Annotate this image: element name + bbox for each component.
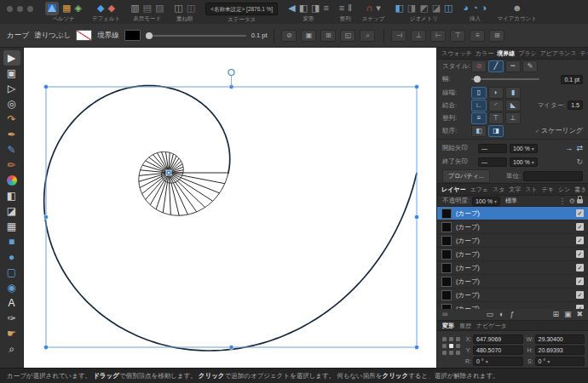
align-icon[interactable]: ≡ bbox=[339, 3, 344, 14]
node-tool-icon[interactable]: ▷ bbox=[3, 81, 20, 96]
layer-visibility-checkbox[interactable]: ✓ bbox=[576, 264, 584, 272]
boolean-intersect-icon[interactable]: ◩ bbox=[419, 3, 428, 14]
selection-handle[interactable] bbox=[44, 346, 49, 350]
align-left-icon[interactable]: ⊣ bbox=[391, 30, 406, 42]
tab-layers[interactable]: レイヤー bbox=[441, 186, 466, 194]
align-top-icon[interactable]: ⊤ bbox=[450, 30, 465, 42]
stroke-front-icon[interactable]: ◧ bbox=[471, 125, 487, 137]
layer-visibility-checkbox[interactable]: ✓ bbox=[576, 291, 584, 299]
blend-mode-select[interactable]: 標準 bbox=[503, 196, 520, 206]
vector-view-icon[interactable]: ▥ bbox=[130, 3, 139, 14]
flip-vertical-icon[interactable]: ◧ bbox=[299, 3, 308, 14]
tab-effects[interactable]: エフェ bbox=[470, 186, 489, 194]
corner-tool-icon[interactable]: ↷ bbox=[3, 111, 20, 127]
scale-with-object-icon[interactable]: ▣ bbox=[301, 30, 316, 42]
selection-handle[interactable] bbox=[415, 85, 419, 89]
tab-character[interactable]: 文字 bbox=[509, 186, 521, 194]
width-slider[interactable] bbox=[471, 78, 539, 80]
rotate-left-icon[interactable]: ◨ bbox=[311, 3, 320, 14]
mask-layer-icon[interactable]: ▭ bbox=[486, 309, 493, 320]
selection-handle[interactable] bbox=[44, 215, 49, 220]
color-wheel-icon[interactable] bbox=[3, 173, 20, 188]
tab-styles[interactable]: スタ bbox=[493, 186, 504, 194]
stroke-width-slider[interactable] bbox=[146, 35, 246, 37]
snapping-magnet-icon[interactable]: ∩ bbox=[366, 3, 372, 14]
align-right-icon[interactable]: ⊢ bbox=[430, 30, 446, 42]
tab-stroke[interactable]: 境界線 bbox=[497, 49, 515, 58]
color-picker-tool-icon[interactable]: ✑ bbox=[3, 311, 20, 326]
insert-layer-icon[interactable]: ⊞ bbox=[552, 309, 559, 320]
designer-preset-icon[interactable]: ◆ bbox=[97, 3, 104, 14]
layer-row[interactable]: (カーブ)✓ bbox=[437, 289, 588, 302]
anchor-point-selector[interactable] bbox=[442, 337, 460, 355]
align-middle-icon[interactable]: ≡ bbox=[470, 30, 485, 42]
end-arrow-select[interactable]: — bbox=[478, 157, 507, 167]
layer-visibility-checkbox[interactable]: ✓ bbox=[576, 250, 584, 258]
minimize-window-icon[interactable] bbox=[17, 6, 23, 12]
artboard-tool-icon[interactable]: ▣ bbox=[3, 66, 20, 81]
cap-butt-icon[interactable]: ▯ bbox=[471, 87, 487, 99]
arrow-reset-icon[interactable]: ↻ bbox=[576, 157, 583, 168]
insert-top-icon[interactable]: ◔ bbox=[472, 3, 478, 14]
flip-horizontal-icon[interactable]: ◀ bbox=[288, 3, 295, 14]
tab-transform[interactable]: 変形 bbox=[442, 322, 454, 330]
move-backward-icon[interactable]: ◫ bbox=[187, 3, 195, 14]
layer-row[interactable]: (カーブ)✓ bbox=[437, 275, 588, 289]
cap-round-icon[interactable]: ◗ bbox=[488, 87, 504, 99]
close-window-icon[interactable] bbox=[7, 6, 13, 12]
layer-row[interactable]: (カーブ)✓ bbox=[437, 207, 588, 220]
stroke-none-toggle-icon[interactable]: ⊘ bbox=[281, 30, 297, 42]
arrow-place-icon[interactable]: → bbox=[565, 143, 573, 154]
layer-row[interactable]: (カーブ)✓ bbox=[437, 234, 588, 248]
export-persona-icon[interactable]: ◈ bbox=[74, 3, 81, 14]
selection-handle[interactable] bbox=[229, 346, 233, 350]
rotate-right-icon[interactable]: ≡ bbox=[323, 3, 328, 14]
stroke-style-none-icon[interactable]: ⊘ bbox=[471, 60, 487, 72]
miter-value[interactable]: 1.5 bbox=[568, 100, 583, 110]
stroke-style-brush-icon[interactable]: ✎ bbox=[522, 60, 538, 72]
donut-tool-icon[interactable]: ◉ bbox=[3, 280, 20, 295]
transparency-tool-icon[interactable]: ◪ bbox=[3, 203, 20, 219]
pixel-persona-icon[interactable]: ▦ bbox=[62, 3, 71, 14]
opacity-value[interactable]: 100 %▾ bbox=[472, 197, 500, 206]
tab-export[interactable]: 書き bbox=[574, 186, 586, 194]
layer-row[interactable]: (カーブ)✓ bbox=[437, 261, 588, 275]
rotation-handle[interactable] bbox=[228, 70, 234, 76]
tab-text[interactable]: テキスト bbox=[580, 49, 588, 58]
pixel-view-icon[interactable]: ▤ bbox=[143, 3, 152, 14]
designer-persona-logo-icon[interactable] bbox=[45, 2, 59, 15]
stroke-swatch[interactable] bbox=[124, 30, 141, 41]
stroke-style-dash-icon[interactable]: ┅ bbox=[505, 60, 521, 72]
join-miter-icon[interactable]: ∟ bbox=[471, 100, 487, 111]
pixel-preset-icon[interactable]: ◆ bbox=[108, 3, 115, 14]
delete-layer-icon[interactable]: ✖ bbox=[576, 309, 583, 320]
contour-tool-icon[interactable]: ◎ bbox=[3, 96, 20, 111]
text-tool-icon[interactable]: A bbox=[3, 295, 20, 311]
canvas[interactable] bbox=[24, 48, 436, 368]
align-bottom-icon[interactable]: ⊞ bbox=[489, 30, 504, 42]
retina-view-icon[interactable]: ▨ bbox=[155, 3, 164, 14]
h-field[interactable]: 20.69393 bbox=[535, 346, 585, 355]
tab-symbols[interactable]: シン bbox=[558, 186, 570, 194]
move-forward-icon[interactable]: ◫ bbox=[174, 3, 182, 14]
vector-brush-tool-icon[interactable]: ✏ bbox=[3, 157, 20, 173]
snap-options-caret-icon[interactable]: ▾ bbox=[376, 3, 381, 14]
ellipse-tool-icon[interactable]: ● bbox=[3, 249, 20, 265]
scale-with-object-checkbox[interactable]: ✓ スケーリング bbox=[533, 126, 583, 135]
pen-tool-icon[interactable]: ✒ bbox=[3, 127, 20, 142]
rounded-rectangle-tool-icon[interactable]: ▢ bbox=[3, 265, 20, 280]
layer-visibility-checkbox[interactable]: ✓ bbox=[576, 223, 584, 231]
stroke-behind-icon[interactable]: ◨ bbox=[488, 125, 504, 137]
selection-handle[interactable] bbox=[44, 85, 49, 89]
pencil-tool-icon[interactable]: ✎ bbox=[3, 142, 20, 157]
layer-visibility-checkbox[interactable]: ✓ bbox=[576, 237, 584, 244]
join-bevel-icon[interactable]: ◣ bbox=[505, 100, 521, 111]
boolean-xor-icon[interactable]: ◪ bbox=[432, 3, 441, 14]
tab-navigator[interactable]: ナビゲータ bbox=[476, 322, 507, 330]
fill-gradient-tool-icon[interactable]: ◧ bbox=[3, 188, 20, 203]
align-center-h-icon[interactable]: ⊥ bbox=[411, 30, 426, 42]
tab-text-styles[interactable]: テキ bbox=[542, 186, 554, 194]
boolean-add-icon[interactable]: ◧ bbox=[395, 3, 403, 14]
layer-settings-gear-icon[interactable]: ⚙ bbox=[569, 196, 575, 207]
tab-appearance[interactable]: アピアランス bbox=[540, 49, 577, 58]
